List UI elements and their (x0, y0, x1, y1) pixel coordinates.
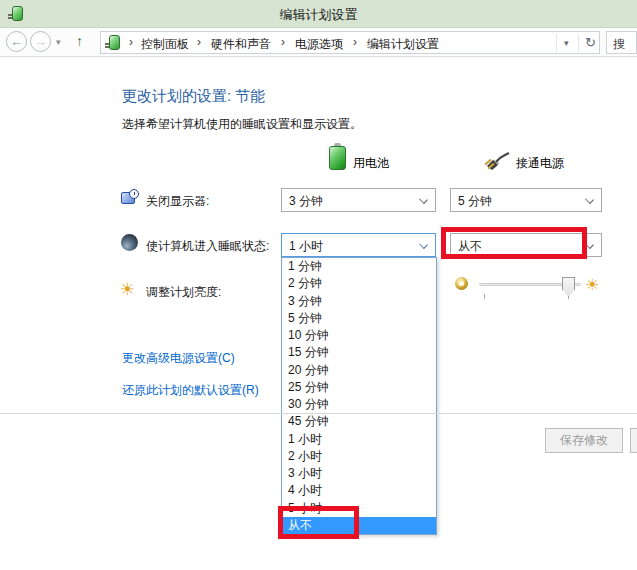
sleep-battery-dropdown-list: 1 分钟 2 分钟 3 分钟 5 分钟 10 分钟 15 分钟 20 分钟 25… (281, 257, 437, 535)
dropdown-option[interactable]: 4 小时 (282, 482, 436, 499)
sun-icon: ☀ (120, 279, 135, 299)
breadcrumb-edit-plan-settings[interactable]: 编辑计划设置 (367, 36, 439, 53)
breadcrumb-power-options[interactable]: 电源选项 (295, 36, 343, 53)
forward-button[interactable]: → (30, 31, 51, 52)
battery-icon (329, 143, 346, 170)
cancel-button-clipped[interactable] (630, 428, 637, 453)
search-input[interactable]: 搜 (606, 31, 637, 54)
chevron-down-icon (585, 195, 594, 204)
chevron-down-icon (419, 195, 428, 204)
dropdown-option[interactable]: 2 分钟 (282, 275, 436, 292)
annotation-box-never-option (278, 506, 359, 539)
annotation-box-never-combobox (441, 227, 587, 259)
back-icon: ← (10, 34, 23, 49)
dropdown-option[interactable]: 3 小时 (282, 465, 436, 482)
on-battery-column-header: 用电池 (353, 155, 389, 172)
search-text: 搜 (613, 36, 625, 53)
slider-tick (484, 294, 485, 299)
dropdown-option[interactable]: 10 分钟 (282, 327, 436, 344)
window-title: 编辑计划设置 (0, 6, 637, 24)
display-battery-value: 3 分钟 (289, 193, 323, 210)
dropdown-option[interactable]: 45 分钟 (282, 413, 436, 430)
sleep-battery-value: 1 小时 (289, 238, 323, 255)
crumb-separator: › (353, 35, 357, 49)
dropdown-option[interactable]: 5 分钟 (282, 310, 436, 327)
title-bar: 编辑计划设置 (0, 0, 637, 28)
forward-icon: → (34, 34, 47, 49)
chevron-down-icon (419, 240, 428, 249)
crumb-separator: › (129, 35, 133, 49)
dropdown-option[interactable]: 2 小时 (282, 448, 436, 465)
sleep-battery-select[interactable]: 1 小时 (281, 233, 436, 257)
sleep-label: 使计算机进入睡眠状态: (146, 238, 269, 255)
page-content: 更改计划的设置: 节能 选择希望计算机使用的睡眠设置和显示设置。 用电池 接通电… (0, 57, 637, 570)
up-button[interactable]: ↑ (76, 33, 83, 49)
breadcrumb-hardware-sound[interactable]: 硬件和声音 (211, 36, 271, 53)
dropdown-option[interactable]: 3 分钟 (282, 293, 436, 310)
turn-off-display-label: 关闭显示器: (146, 193, 209, 210)
dropdown-option[interactable]: 1 小时 (282, 431, 436, 448)
power-options-icon (105, 34, 122, 51)
crumb-separator: › (281, 35, 285, 49)
back-button[interactable]: ← (6, 31, 27, 52)
brightness-label: 调整计划亮度: (146, 284, 221, 301)
save-changes-button[interactable]: 保存修改 (545, 428, 623, 453)
bottom-separator (0, 413, 637, 414)
recent-pages-dropdown[interactable]: ▾ (56, 37, 61, 47)
address-bar[interactable]: › 控制面板 › 硬件和声音 › 电源选项 › 编辑计划设置 ▾ ↻ (100, 31, 600, 54)
display-plugged-value: 5 分钟 (458, 193, 492, 210)
dropdown-option[interactable]: 30 分钟 (282, 396, 436, 413)
plug-icon (483, 150, 511, 170)
dropdown-option[interactable]: 15 分钟 (282, 344, 436, 361)
display-plugged-select[interactable]: 5 分钟 (450, 188, 602, 212)
dim-brightness-icon (455, 277, 468, 290)
bright-sun-icon: ☀ (585, 275, 599, 294)
display-battery-select[interactable]: 3 分钟 (281, 188, 436, 212)
refresh-icon[interactable]: ↻ (585, 35, 596, 50)
crumb-separator: › (197, 35, 201, 49)
plugged-in-column-header: 接通电源 (516, 155, 564, 172)
brightness-slider-thumb[interactable] (562, 277, 575, 297)
navigation-bar: ← → ▾ ↑ › 控制面板 › 硬件和声音 › 电源选项 › 编辑计划设置 ▾… (0, 28, 637, 57)
breadcrumb-control-panel[interactable]: 控制面板 (141, 36, 189, 53)
advanced-power-settings-link[interactable]: 更改高级电源设置(C) (122, 350, 235, 367)
address-dropdown-icon[interactable]: ▾ (564, 38, 569, 48)
page-subtitle: 选择希望计算机使用的睡眠设置和显示设置。 (122, 116, 362, 133)
page-title: 更改计划的设置: 节能 (122, 87, 265, 106)
moon-sleep-icon (121, 234, 138, 251)
dropdown-option[interactable]: 25 分钟 (282, 379, 436, 396)
restore-defaults-link[interactable]: 还原此计划的默认设置(R) (122, 382, 259, 399)
dropdown-option[interactable]: 20 分钟 (282, 362, 436, 379)
dropdown-option[interactable]: 1 分钟 (282, 258, 436, 275)
display-clock-icon (121, 189, 139, 207)
